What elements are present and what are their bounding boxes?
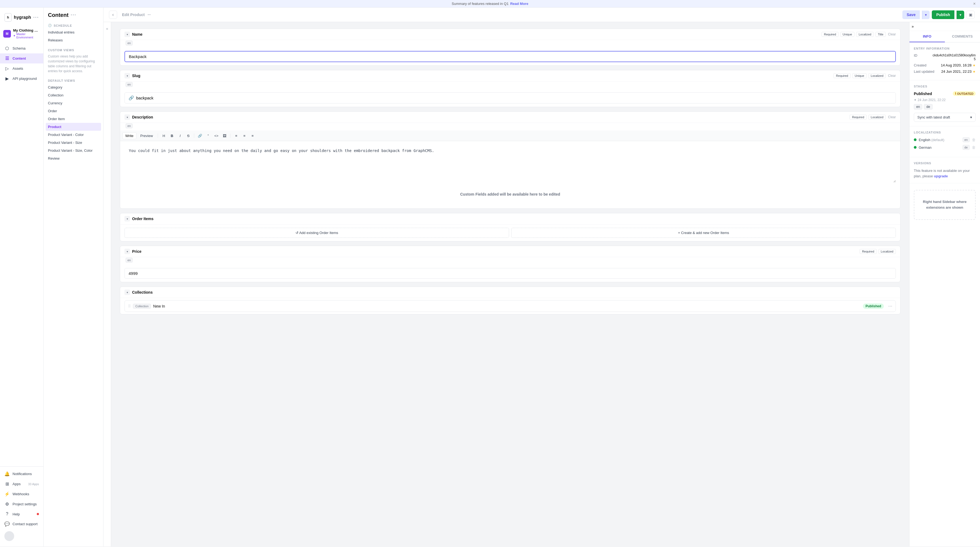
price-localized-badge: Localized (878, 249, 896, 254)
nav-item-category[interactable]: Category (44, 83, 103, 91)
sidebar-item-help[interactable]: ? Help (0, 509, 43, 519)
collections-collapse-button[interactable]: ▾ (124, 289, 130, 295)
price-field-label: Price (132, 249, 858, 254)
collection-more-button[interactable]: ··· (888, 303, 892, 309)
heading-tool[interactable]: H (160, 132, 167, 139)
order-items-collapse-button[interactable]: ▾ (124, 216, 130, 221)
slug-input[interactable] (136, 95, 892, 100)
nav-item-individual-entries[interactable]: Individual entries (44, 28, 103, 36)
name-locale-row: en (120, 40, 900, 48)
price-input[interactable] (124, 268, 896, 279)
nav-item-releases[interactable]: Releases (44, 36, 103, 44)
collapse-left-button[interactable]: « (103, 22, 111, 547)
extensions-text: Right hand Sidebar where extensions are … (923, 200, 966, 210)
content-nav-header: Content ··· (44, 8, 103, 22)
app-logo: h hygraph ··· (0, 11, 43, 26)
code-tool[interactable]: <> (213, 132, 220, 139)
notifications-label: Notifications (13, 472, 32, 476)
write-tab-button[interactable]: Write (122, 132, 137, 139)
back-button[interactable]: ‹ (109, 11, 117, 19)
tab-comments[interactable]: COMMENTS (945, 31, 980, 42)
sidebar-toggle-button[interactable]: ▣ (966, 11, 975, 19)
versions-description: This feature is not available on your pl… (914, 168, 976, 179)
assets-icon: ▷ (4, 66, 10, 71)
nav-item-product-variant-size-color[interactable]: Product Variant - Size, Color (44, 146, 103, 154)
sidebar-item-contact-support[interactable]: 💬 Contact support (0, 519, 43, 529)
sidebar-item-apps[interactable]: ⊞ Apps 33 Apps (0, 479, 43, 489)
sync-dropdown-icon: ▾ (970, 115, 972, 119)
sidebar-item-content[interactable]: ☰ Content (0, 53, 43, 64)
assets-label: Assets (13, 67, 23, 70)
strikethrough-tool[interactable]: S (185, 132, 192, 139)
env-label: Master Environment (16, 32, 40, 39)
image-tool[interactable]: 🖼 (221, 132, 228, 139)
stage-lang-badges: en de (914, 104, 976, 110)
sidebar-item-api-playground[interactable]: ▶ API playground (0, 73, 43, 84)
link-tool[interactable]: 🔗 (196, 132, 204, 139)
close-banner-button[interactable]: × (973, 2, 976, 6)
name-field-body (120, 48, 900, 65)
price-collapse-button[interactable]: ▾ (124, 249, 130, 254)
nav-item-order[interactable]: Order (44, 107, 103, 115)
publish-button[interactable]: Publish (932, 10, 955, 19)
name-clear-button[interactable]: Clear (888, 32, 896, 36)
quote-tool[interactable]: " (205, 132, 212, 139)
nav-item-product-variant-size[interactable]: Product Variant - Size (44, 139, 103, 146)
indent-tool[interactable]: ≡ (249, 132, 256, 139)
created-row: Created 14 Aug 2020, 16:28 ★ (914, 63, 976, 67)
sidebar-item-assets[interactable]: ▷ Assets (0, 64, 43, 73)
sync-button[interactable]: Sync with latest draft ▾ (914, 113, 976, 122)
collection-status-badge: Published (863, 304, 884, 309)
sidebar-item-notifications[interactable]: 🔔 Notifications (0, 469, 43, 479)
nav-item-review[interactable]: Review (44, 154, 103, 162)
slug-collapse-button[interactable]: ▾ (124, 73, 130, 78)
sidebar-item-project-settings[interactable]: ⚙ Project settings (0, 499, 43, 509)
description-textarea[interactable]: You could fit in just about anything you… (124, 145, 896, 183)
save-button[interactable]: Save (902, 10, 920, 19)
collections-field-label: Collections (132, 290, 896, 294)
slug-input-wrapper: 🔗 (124, 92, 896, 103)
name-input[interactable] (124, 51, 896, 62)
bold-tool[interactable]: B (168, 132, 175, 139)
upgrade-link[interactable]: upgrade (934, 174, 948, 178)
custom-views-description: Custom views help you add customized vie… (44, 53, 103, 77)
nav-item-product-variant-color[interactable]: Product Variant - Color (44, 131, 103, 139)
description-field-label: Description (132, 115, 847, 119)
form-area: ▾ Name Required Unique Localized Title C… (111, 22, 909, 547)
create-add-order-items-button[interactable]: + Create & add new Order Items (511, 228, 896, 238)
ol-tool[interactable]: ≡ (241, 132, 248, 139)
entry-info-title: ENTRY INFORMATION (914, 47, 976, 50)
add-existing-order-items-button[interactable]: ↺ Add existing Order Items (124, 228, 509, 238)
nav-item-order-item[interactable]: Order Item (44, 115, 103, 123)
english-name-text: English (919, 138, 931, 142)
workspace-info: My Clothing Shop ✦ Master Environment (13, 28, 40, 39)
preview-tab-button[interactable]: Preview (138, 133, 156, 139)
nav-item-product[interactable]: Product (46, 123, 101, 131)
sidebar-item-webhooks[interactable]: ⚡ Webhooks (0, 489, 43, 499)
name-collapse-button[interactable]: ▾ (124, 32, 130, 37)
name-localized-badge: Localized (856, 32, 873, 37)
banner-link[interactable]: Read More (510, 2, 528, 6)
slug-clear-button[interactable]: Clear (888, 74, 896, 78)
italic-tool[interactable]: I (177, 132, 184, 139)
collection-name: New In (153, 304, 861, 308)
ul-tool[interactable]: ≡ (232, 132, 240, 139)
workspace-section[interactable]: M My Clothing Shop ✦ Master Environment (0, 26, 43, 41)
description-collapse-button[interactable]: ▾ (124, 114, 130, 120)
drag-handle-icon[interactable]: ⠿ (128, 304, 131, 308)
sync-btn-label: Sync with latest draft (917, 115, 950, 119)
publish-dropdown-button[interactable]: ▾ (956, 11, 964, 19)
user-avatar[interactable] (4, 531, 14, 541)
sidebar-item-schema[interactable]: ⬡ Schema (0, 43, 43, 53)
save-dropdown-button[interactable]: ▾ (922, 11, 930, 19)
tab-info[interactable]: INFO (910, 31, 945, 42)
nav-item-collection[interactable]: Collection (44, 91, 103, 99)
english-trash-icon[interactable]: 🗑 (972, 138, 976, 142)
nav-item-currency[interactable]: Currency (44, 99, 103, 107)
collapse-right-button[interactable]: » (910, 22, 980, 31)
german-trash-icon[interactable]: 🗑 (972, 145, 976, 149)
apps-icon: ⊞ (4, 481, 10, 487)
last-updated-value-text: 24 Jun 2021, 22:23 (941, 70, 972, 73)
apps-label: Apps (13, 482, 21, 486)
description-clear-button[interactable]: Clear (888, 115, 896, 119)
